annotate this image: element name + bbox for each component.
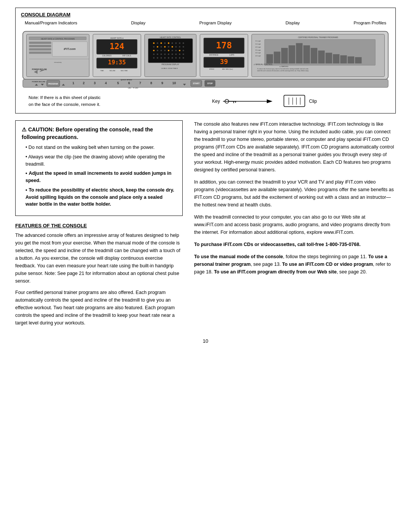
console-diagram-svg: HEART RATE ♥ CONTROL PROGRAMS iFIT.com i…	[21, 27, 390, 89]
svg-point-36	[179, 42, 180, 44]
svg-text:3: 3	[94, 81, 96, 85]
right-bold-3: To use an iFIT.com CD or video program	[282, 262, 373, 267]
svg-text:178: 178	[216, 40, 232, 50]
svg-rect-115	[355, 57, 362, 63]
svg-point-72	[179, 57, 180, 59]
svg-point-59	[164, 53, 166, 55]
svg-point-79	[172, 46, 173, 48]
caution-item-2: Always wear the clip (see the drawing ab…	[22, 153, 176, 168]
svg-point-60	[168, 53, 169, 55]
svg-text:PROGRAM DISPLAY: PROGRAM DISPLAY	[162, 64, 180, 66]
right-bold-label-1: To purchase iFIT.com CDs or videocassett…	[194, 242, 360, 247]
svg-point-45	[179, 46, 180, 48]
svg-point-61	[172, 53, 173, 55]
svg-text:POWER INCLINE: POWER INCLINE	[32, 81, 45, 83]
clip-label: Clip	[309, 99, 317, 104]
svg-point-73	[183, 57, 184, 59]
right-bold-4: To use an iFIT.com program directly from…	[214, 269, 337, 275]
console-diagram-section: CONSOLE DIAGRAM Manual/Program Indicator…	[15, 8, 396, 113]
svg-text:HEART RATE ♥ CONTROL PROGRAMS: HEART RATE ♥ CONTROL PROGRAMS	[41, 38, 75, 40]
svg-rect-150	[284, 95, 305, 107]
right-text-rest4: , see page 20.	[337, 269, 367, 275]
svg-text:DISTANCE: DISTANCE	[209, 54, 219, 56]
svg-point-77	[157, 46, 158, 48]
svg-text:4.0 mph: 4.0 mph	[255, 55, 261, 57]
svg-point-30	[157, 42, 158, 44]
right-para-2: In addition, you can connect the treadmi…	[194, 178, 396, 209]
diagram-label-row: Manual/Program Indicators Display Progra…	[21, 21, 390, 25]
svg-text:124: 124	[110, 42, 124, 51]
svg-text:1/4 MILE / 400 M TRACK: 1/4 MILE / 400 M TRACK	[161, 67, 178, 69]
svg-text:CERTIFIED PERSONAL TRAINER PRO: CERTIFIED PERSONAL TRAINER PROGRAMS	[298, 37, 338, 38]
caution-item-1: Do not stand on the walking belt when tu…	[22, 144, 176, 151]
svg-point-70	[172, 57, 173, 59]
caution-box: ⚠ CAUTION: Before operating the console,…	[15, 120, 183, 216]
svg-point-71	[175, 57, 177, 59]
svg-point-34	[172, 42, 173, 44]
svg-text:5.5 mph: 5.5 mph	[255, 40, 261, 42]
svg-point-76	[168, 42, 169, 44]
svg-text:HEART RATE ♥: HEART RATE ♥	[110, 37, 123, 39]
svg-rect-5	[29, 45, 51, 47]
right-para-3: With the treadmill connected to your com…	[194, 213, 396, 236]
svg-text:19:35: 19:35	[108, 59, 126, 66]
svg-text:PROGRAM: PROGRAM	[48, 83, 58, 85]
left-column: ⚠ CAUTION: Before operating the console,…	[15, 120, 183, 331]
features-paragraph-1: The advanced console offers an impressiv…	[15, 232, 183, 285]
svg-point-53	[175, 50, 177, 51]
svg-point-37	[183, 42, 184, 44]
svg-text:To reduce risk of serious inju: To reduce risk of serious injury, stand …	[257, 68, 309, 70]
svg-point-40	[161, 46, 162, 48]
svg-point-52	[172, 50, 173, 51]
svg-text:POWER INCLINE: POWER INCLINE	[32, 69, 47, 70]
svg-point-38	[153, 46, 155, 48]
svg-text:LAPS: LAPS	[229, 54, 234, 56]
svg-point-56	[153, 53, 155, 55]
svg-text:8: 8	[150, 81, 152, 85]
svg-text:iFIT.com: iFIT.com	[64, 47, 75, 51]
svg-text:ON ↓ ⚬ OFF: ON ↓ ⚬ OFF	[128, 87, 138, 89]
svg-text:CALORIES: CALORIES	[102, 55, 112, 57]
right-bold-para-2: To use the manual mode of the console, f…	[194, 253, 396, 276]
svg-point-74	[153, 42, 155, 44]
svg-rect-104	[274, 52, 280, 64]
svg-rect-110	[318, 51, 325, 64]
key-clip-center: Key Clip	[147, 94, 382, 108]
svg-text:START: START	[193, 82, 200, 85]
svg-text:TIME: TIME	[100, 70, 104, 72]
right-column: The console also features new iFIT.com i…	[194, 120, 396, 331]
svg-text:SPEED: SPEED	[209, 68, 214, 70]
svg-point-57	[157, 53, 158, 55]
right-text-rest2: , see page 13.	[251, 262, 282, 267]
svg-text:QUICK SPEED: QUICK SPEED	[121, 79, 132, 81]
clip-svg	[283, 94, 306, 108]
svg-point-66	[157, 57, 158, 59]
svg-text:HEART RATE CONTROL: HEART RATE CONTROL	[160, 37, 181, 38]
label-program-profiles: Program Profiles	[354, 21, 386, 25]
svg-point-32	[164, 42, 166, 44]
svg-rect-103	[266, 54, 273, 63]
svg-point-44	[175, 46, 177, 48]
console-note: Note: If there is a thin sheet of plasti…	[29, 94, 147, 108]
caution-item-4: To reduce the possibility of electric sh…	[22, 187, 176, 208]
svg-point-46	[183, 46, 184, 48]
svg-rect-107	[296, 43, 303, 63]
label-display-left: Display	[131, 21, 146, 25]
svg-text:9: 9	[161, 81, 163, 85]
svg-text:39: 39	[220, 58, 228, 66]
svg-rect-108	[303, 45, 310, 64]
features-paragraph-2: Four certified personal trainer programs…	[15, 289, 183, 327]
svg-point-63	[179, 53, 180, 55]
svg-rect-111	[325, 53, 332, 63]
page-number: 10	[15, 338, 396, 344]
svg-point-55	[183, 50, 184, 51]
svg-text:1: 1	[72, 81, 74, 85]
right-bold-para-1: To purchase iFIT.com CDs or videocassett…	[194, 241, 396, 248]
svg-point-58	[161, 53, 162, 55]
svg-text:⚠ MANUAL CONTROL: ⚠ MANUAL CONTROL	[253, 64, 273, 66]
right-para-1: The console also features new iFIT.com i…	[194, 120, 396, 174]
svg-point-69	[168, 57, 169, 59]
svg-point-82	[179, 50, 180, 51]
key-label: Key	[212, 99, 220, 104]
label-manual-program: Manual/Program Indicators	[25, 21, 77, 25]
